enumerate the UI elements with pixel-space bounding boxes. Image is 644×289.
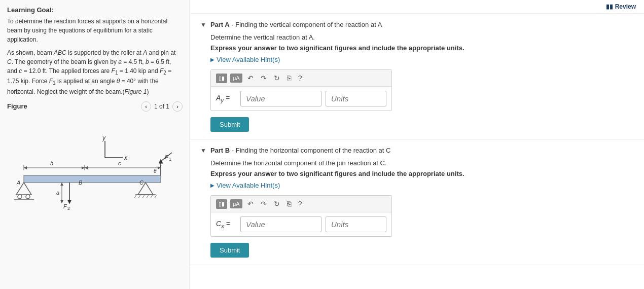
part-a-answer-box: ▯▮ μA ↶ ↷ ↻ ⎘ ? Ay =: [210, 69, 392, 111]
part-a-section: ▼ Part A - Finding the vertical componen…: [190, 14, 644, 139]
svg-text:b: b: [50, 160, 53, 166]
part-a-title-bold: Part A: [210, 21, 230, 28]
svg-text:C: C: [139, 179, 144, 186]
part-b-layout-btn[interactable]: ▯▮: [216, 199, 227, 209]
svg-marker-33: [24, 166, 27, 169]
part-a-mu-btn[interactable]: μA: [230, 74, 242, 83]
part-a-submit-button[interactable]: Submit: [210, 117, 249, 132]
part-b-answer-box: ▯▮ μA ↶ ↷ ↻ ⎘ ? Cx =: [210, 195, 392, 237]
part-a-answer-row: Ay =: [211, 87, 391, 111]
part-b-undo-btn[interactable]: ↶: [245, 199, 256, 209]
svg-text:1: 1: [169, 157, 171, 162]
svg-line-15: [147, 195, 149, 198]
svg-point-7: [18, 195, 22, 199]
svg-text:F: F: [63, 203, 67, 209]
part-a-collapse[interactable]: ▼: [200, 21, 206, 28]
part-b-keyboard-btn[interactable]: ⎘: [285, 199, 293, 209]
part-b-mu-btn[interactable]: μA: [230, 199, 242, 208]
part-b-answer-row: Cx =: [211, 212, 391, 236]
part-b-title: Part B - Finding the horizontal componen…: [210, 147, 391, 154]
part-a-undo-btn[interactable]: ↶: [245, 73, 256, 83]
figure-title: Figure: [7, 102, 27, 110]
svg-text:B: B: [79, 179, 82, 186]
part-a-help-btn[interactable]: ?: [296, 73, 304, 83]
part-a-instruction: Express your answer to two significant f…: [210, 44, 634, 52]
part-b-title-rest: - Finding the horizontal component of th…: [230, 147, 390, 154]
part-a-keyboard-btn[interactable]: ⎘: [285, 73, 293, 83]
svg-marker-34: [82, 166, 85, 169]
review-icon: ▮▮: [606, 3, 613, 10]
part-a-redo-btn[interactable]: ↷: [259, 73, 269, 83]
part-a-layout-btn[interactable]: ▯▮: [216, 74, 227, 83]
part-b-title-bold: Part B: [210, 147, 230, 154]
right-panel: ▮▮ Review ▼ Part A - Finding the vertica…: [190, 0, 644, 289]
part-b-help-btn[interactable]: ?: [296, 199, 304, 209]
part-b-units-input[interactable]: [326, 216, 386, 232]
problem-text: As shown, beam ABC is supported by the r…: [7, 48, 183, 96]
svg-text:y: y: [102, 134, 106, 141]
part-b-redo-btn[interactable]: ↷: [259, 199, 269, 209]
part-b-reset-btn[interactable]: ↻: [272, 199, 282, 209]
part-b-submit-button[interactable]: Submit: [210, 243, 249, 258]
svg-line-16: [151, 195, 153, 198]
svg-line-13: [138, 195, 140, 198]
figure-section: Figure ‹ 1 of 1 › y x: [7, 101, 183, 228]
part-b-section: ▼ Part B - Finding the horizontal compon…: [190, 139, 644, 265]
part-b-hint-link[interactable]: View Available Hint(s): [210, 182, 634, 189]
part-a-reset-btn[interactable]: ↻: [272, 73, 282, 83]
svg-line-17: [155, 195, 157, 198]
part-b-description: Determine the horizontal component of th…: [210, 159, 634, 167]
part-a-description: Determine the vertical reaction at A.: [210, 33, 634, 41]
figure-next-button[interactable]: ›: [172, 101, 183, 112]
part-a-toolbar: ▯▮ μA ↶ ↷ ↻ ⎘ ?: [211, 70, 391, 87]
svg-line-14: [142, 195, 145, 198]
figure-navigation: ‹ 1 of 1 ›: [141, 101, 183, 112]
svg-text:c: c: [118, 160, 121, 166]
part-b-value-input[interactable]: [240, 216, 321, 232]
svg-marker-42: [60, 183, 63, 186]
part-b-instruction: Express your answer to two significant f…: [210, 170, 634, 177]
part-b-collapse[interactable]: ▼: [200, 147, 206, 154]
learning-goal-text: To determine the reaction forces at supp…: [7, 17, 183, 44]
svg-line-12: [134, 195, 136, 198]
svg-text:a: a: [56, 190, 59, 196]
figure-page: 1 of 1: [154, 103, 169, 110]
svg-marker-39: [158, 166, 161, 169]
figure-prev-button[interactable]: ‹: [141, 101, 151, 112]
svg-text:2: 2: [67, 206, 70, 211]
part-b-label: Cx =: [216, 220, 236, 229]
svg-text:θ: θ: [154, 168, 157, 174]
left-panel: Learning Goal: To determine the reaction…: [0, 0, 190, 289]
svg-text:x: x: [124, 154, 128, 161]
part-a-title: Part A - Finding the vertical component …: [210, 21, 382, 28]
figure-diagram: y x B A C: [7, 115, 183, 226]
part-a-units-input[interactable]: [326, 91, 386, 106]
review-bar: ▮▮ Review: [190, 0, 644, 14]
learning-goal-title: Learning Goal:: [7, 6, 183, 14]
part-a-title-rest: - Finding the vertical component of the …: [230, 21, 382, 28]
part-a-label: Ay =: [216, 94, 236, 103]
review-label: Review: [615, 3, 636, 10]
svg-text:A: A: [16, 179, 20, 186]
part-a-hint-link[interactable]: View Available Hint(s): [210, 56, 634, 63]
svg-point-8: [26, 195, 30, 199]
part-a-value-input[interactable]: [240, 91, 321, 106]
svg-marker-38: [85, 166, 88, 169]
part-b-toolbar: ▯▮ μA ↶ ↷ ↻ ⎘ ?: [211, 196, 391, 212]
